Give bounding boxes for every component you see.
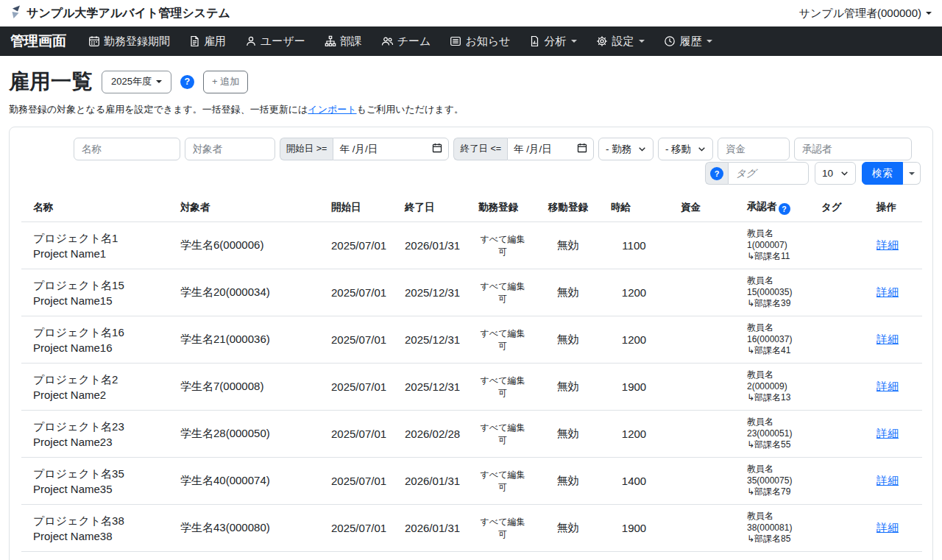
nav-item-history[interactable]: 履歴: [664, 35, 712, 49]
list-icon: [450, 35, 461, 47]
page-title: 雇用一覧: [9, 68, 93, 96]
start-date-group: 開始日 >= 年 /月/日: [280, 138, 450, 160]
sitemap-icon: [325, 35, 336, 47]
search-button[interactable]: 検索: [862, 162, 903, 185]
calendar-icon[interactable]: [577, 143, 587, 155]
end-date-input[interactable]: 年 /月/日: [507, 138, 594, 160]
table-header-row: 名称 対象者 開始日 終了日 勤務登録 移動登録 時給 資金 承認者? タグ 操…: [21, 194, 922, 222]
search-dropdown-toggle[interactable]: [903, 162, 921, 185]
tag-cell: [810, 411, 865, 458]
approver-name: 教員名: [747, 322, 798, 334]
help-icon[interactable]: ?: [779, 203, 790, 215]
fund-cell: [669, 316, 735, 364]
detail-link[interactable]: 詳細: [877, 427, 899, 439]
description-text: 勤務登録の対象となる雇用を設定できます。一括登録、一括更新には: [9, 104, 308, 115]
project-name-en: Project Name23: [33, 434, 157, 450]
help-icon[interactable]: ?: [180, 75, 194, 89]
target-cell: 学生名43(000080): [169, 505, 319, 552]
add-button[interactable]: + 追加: [203, 71, 248, 93]
header-name: 名称: [21, 194, 169, 222]
tag-filter-input[interactable]: [728, 162, 809, 185]
person-icon: [245, 35, 257, 47]
tag-cell: [810, 364, 865, 411]
table-row: プロジェクト名35Project Name35 学生名40(000074) 20…: [21, 458, 922, 505]
approver-id: 35(000075): [747, 475, 798, 487]
nav-item-employment[interactable]: 雇用: [189, 35, 226, 49]
end-date-group: 終了日 <= 年 /月/日: [453, 138, 594, 160]
project-name-jp: プロジェクト名35: [33, 466, 157, 481]
help-icon[interactable]: ?: [710, 167, 723, 180]
nav-item-settings[interactable]: 設定: [596, 35, 645, 49]
search-split-button: 検索: [862, 162, 921, 185]
wage-cell: 1900: [599, 364, 669, 411]
project-name-jp: プロジェクト名23: [33, 419, 157, 434]
chevron-down-icon: [698, 145, 706, 153]
end-date-cell: 2026/01/31: [393, 458, 467, 505]
approver-cell: 教員名38(000081)↳部課名85: [735, 505, 810, 552]
employment-table: 名称 対象者 開始日 終了日 勤務登録 移動登録 時給 資金 承認者? タグ 操…: [21, 194, 922, 552]
start-date-cell: 2025/07/01: [319, 316, 393, 364]
table-row: プロジェクト名38Project Name38 学生名43(000080) 20…: [21, 505, 922, 552]
nav-item-notices[interactable]: お知らせ: [450, 35, 510, 49]
approver-dept: ↳部課名13: [747, 392, 798, 404]
chevron-down-icon: [156, 80, 162, 83]
fund-filter-input[interactable]: [718, 138, 790, 160]
approver-name: 教員名: [747, 417, 798, 428]
employment-list-card: 開始日 >= 年 /月/日 終了日 <= 年 /月/日 - 勤務: [9, 127, 933, 560]
project-name-en: Project Name16: [33, 340, 157, 355]
detail-link[interactable]: 詳細: [877, 380, 899, 392]
wage-cell: 1200: [599, 316, 669, 364]
date-value: 年 /月/日: [514, 143, 552, 156]
project-name-jp: プロジェクト名38: [33, 513, 157, 528]
name-filter-input[interactable]: [74, 138, 180, 160]
tag-cell: [810, 505, 865, 552]
navbar-brand-admin[interactable]: 管理画面: [10, 32, 66, 51]
nav-item-departments[interactable]: 部課: [325, 35, 362, 49]
approver-name: 教員名: [747, 464, 798, 475]
end-date-cell: 2025/12/31: [393, 269, 467, 316]
header-start: 開始日: [319, 194, 393, 222]
page-size-select[interactable]: 10: [815, 162, 856, 185]
target-filter-input[interactable]: [185, 138, 275, 160]
nav-item-analysis[interactable]: 分析: [529, 35, 577, 49]
tag-cell: [810, 222, 865, 269]
calendar-icon[interactable]: [432, 143, 442, 155]
project-name-jp: プロジェクト名16: [33, 325, 157, 340]
header-tag: タグ: [810, 194, 865, 222]
move-filter-select[interactable]: - 移動: [658, 138, 713, 160]
table-row: プロジェクト名2Project Name2 学生名7(000008) 2025/…: [21, 364, 922, 411]
nav-label: 分析: [544, 35, 566, 49]
start-date-cell: 2025/07/01: [319, 505, 393, 552]
import-link[interactable]: インポート: [308, 104, 356, 115]
end-date-cell: 2026/02/28: [393, 411, 467, 458]
move-reg-cell: 無効: [536, 411, 599, 458]
move-select-value: - 移動: [665, 143, 691, 156]
header-approver: 承認者?: [735, 194, 810, 222]
detail-link[interactable]: 詳細: [877, 474, 899, 486]
wage-cell: 1200: [599, 411, 669, 458]
detail-link[interactable]: 詳細: [877, 286, 899, 298]
start-date-input[interactable]: 年 /月/日: [333, 138, 449, 160]
end-date-cell: 2025/12/31: [393, 316, 467, 364]
approver-filter-input[interactable]: [794, 138, 912, 160]
detail-link[interactable]: 詳細: [877, 333, 899, 345]
nav-item-teams[interactable]: チーム: [381, 35, 431, 49]
detail-link[interactable]: 詳細: [877, 521, 899, 534]
nav-item-users[interactable]: ユーザー: [245, 35, 305, 49]
detail-link[interactable]: 詳細: [877, 238, 899, 251]
approver-cell: 教員名35(000075)↳部課名79: [735, 458, 810, 505]
user-menu[interactable]: サンプル管理者(000000): [799, 7, 932, 21]
work-filter-select[interactable]: - 勤務: [598, 138, 654, 160]
start-date-cell: 2025/07/01: [319, 458, 393, 505]
header-approver-label: 承認者: [747, 201, 777, 212]
approver-cell: 教員名23(000051)↳部課名55: [735, 411, 810, 458]
work-reg-cell: すべて編集可: [478, 516, 527, 539]
approver-id: 2(000009): [747, 381, 798, 393]
project-name-en: Project Name15: [33, 293, 157, 308]
approver-dept: ↳部課名11: [747, 251, 798, 263]
work-reg-cell: すべて編集可: [478, 327, 527, 351]
top-bar: サンプル大学アルバイト管理システム サンプル管理者(000000): [0, 0, 942, 26]
nav-label: ユーザー: [261, 35, 305, 49]
year-select-button[interactable]: 2025年度: [102, 71, 171, 93]
nav-item-work-period[interactable]: 勤務登録期間: [88, 35, 170, 49]
